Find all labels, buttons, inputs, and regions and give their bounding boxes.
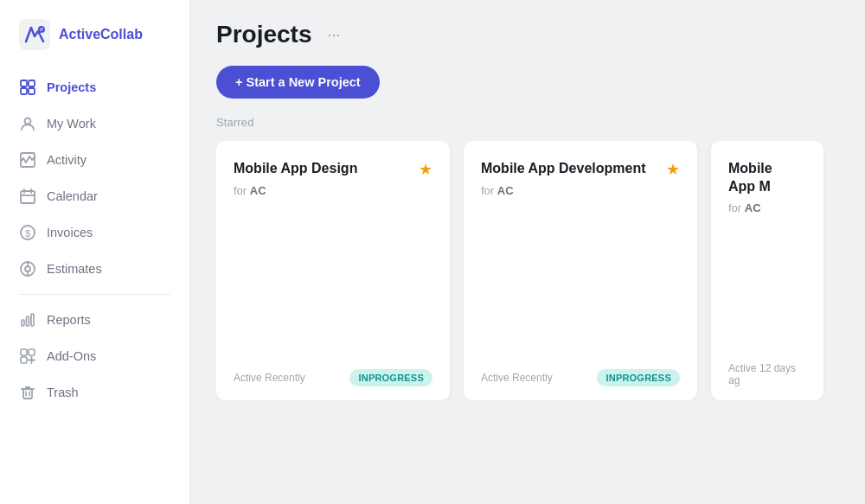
page-title: Projects [216, 21, 312, 48]
sidebar-item-label: Projects [47, 80, 96, 94]
card-footer-2: Active 12 days ag [728, 362, 806, 386]
sidebar-item-label: Activity [47, 153, 86, 167]
invoices-icon: $ [19, 224, 36, 241]
sidebar-item-label: Trash [47, 386, 79, 399]
logo-area[interactable]: ActiveCollab [0, 0, 189, 66]
card-client-1: for AC [481, 184, 680, 197]
svg-rect-8 [21, 191, 35, 203]
sidebar-item-label: My Work [47, 117, 96, 131]
sidebar-item-label: Invoices [47, 226, 93, 239]
my-work-icon [19, 115, 36, 132]
star-icon-1: ★ [666, 160, 680, 179]
sidebar-item-projects[interactable]: Projects [0, 69, 189, 105]
estimates-icon [19, 260, 36, 278]
sidebar-item-calendar[interactable]: Calendar [0, 178, 189, 214]
sidebar-item-activity[interactable]: Activity [0, 142, 189, 178]
sidebar-navigation: Projects My Work Activity [0, 66, 189, 504]
app-logo-icon [19, 19, 50, 50]
sidebar-item-reports[interactable]: Reports [0, 302, 189, 338]
svg-rect-18 [22, 320, 24, 326]
sidebar-item-invoices[interactable]: $ Invoices [0, 214, 189, 251]
main-header: Projects ··· [190, 0, 865, 66]
project-card-0[interactable]: Mobile App Design ★ for AC Active Recent… [216, 141, 450, 400]
card-client-2: for AC [728, 201, 806, 214]
card-activity-2: Active 12 days ag [728, 362, 806, 386]
sidebar-item-label: Add-Ons [47, 349, 96, 363]
calendar-icon [19, 188, 36, 205]
svg-rect-21 [21, 349, 27, 355]
new-project-button[interactable]: + Start a New Project [216, 66, 380, 99]
card-footer-1: Active Recently INPROGRESS [481, 369, 680, 386]
svg-text:$: $ [25, 228, 30, 239]
svg-rect-23 [21, 357, 27, 363]
add-ons-icon [19, 348, 36, 365]
svg-point-15 [25, 266, 30, 271]
starred-section-label: Starred [216, 116, 839, 129]
sidebar-item-trash[interactable]: Trash [0, 374, 189, 411]
svg-point-6 [25, 118, 31, 124]
project-card-1[interactable]: Mobile App Development ★ for AC Active R… [464, 141, 697, 400]
svg-rect-22 [29, 349, 35, 355]
trash-icon [19, 384, 36, 401]
svg-rect-5 [29, 88, 35, 94]
card-title-0: Mobile App Design [234, 160, 419, 178]
svg-rect-19 [27, 316, 29, 326]
svg-rect-3 [29, 80, 35, 86]
card-header-0: Mobile App Design ★ [234, 160, 432, 179]
reports-icon [19, 311, 36, 329]
svg-rect-26 [23, 389, 32, 399]
sidebar-item-estimates[interactable]: Estimates [0, 251, 189, 287]
svg-rect-2 [21, 80, 27, 86]
projects-icon [19, 79, 36, 96]
sidebar-item-add-ons[interactable]: Add-Ons [0, 338, 189, 374]
project-cards-row: Mobile App Design ★ for AC Active Recent… [216, 141, 839, 400]
status-badge-0: INPROGRESS [349, 369, 432, 386]
star-icon-0: ★ [419, 160, 432, 179]
main-content: Projects ··· + Start a New Project Starr… [190, 0, 865, 504]
activity-icon [19, 151, 36, 169]
sidebar-item-label: Calendar [47, 189, 98, 203]
app-name: ActiveCollab [59, 27, 143, 42]
action-row: + Start a New Project [216, 66, 839, 99]
svg-rect-4 [21, 88, 27, 94]
nav-divider [19, 294, 170, 295]
sidebar-item-label: Estimates [47, 262, 102, 276]
card-header-2: Mobile App M [728, 160, 806, 196]
sidebar-item-label: Reports [47, 313, 91, 327]
sidebar-item-my-work[interactable]: My Work [0, 105, 189, 142]
status-badge-1: INPROGRESS [597, 369, 680, 386]
more-options-button[interactable]: ··· [323, 22, 346, 48]
project-card-2[interactable]: Mobile App M for AC Active 12 days ag [711, 141, 823, 400]
card-footer-0: Active Recently INPROGRESS [234, 369, 432, 386]
card-activity-0: Active Recently [234, 372, 305, 384]
card-header-1: Mobile App Development ★ [481, 160, 680, 179]
svg-rect-20 [31, 314, 34, 326]
main-body: + Start a New Project Starred Mobile App… [190, 66, 865, 504]
card-client-0: for AC [234, 184, 432, 197]
card-activity-1: Active Recently [481, 372, 553, 384]
sidebar: ActiveCollab Projects My [0, 0, 190, 504]
card-title-2: Mobile App M [728, 160, 806, 196]
card-title-1: Mobile App Development [481, 160, 666, 178]
